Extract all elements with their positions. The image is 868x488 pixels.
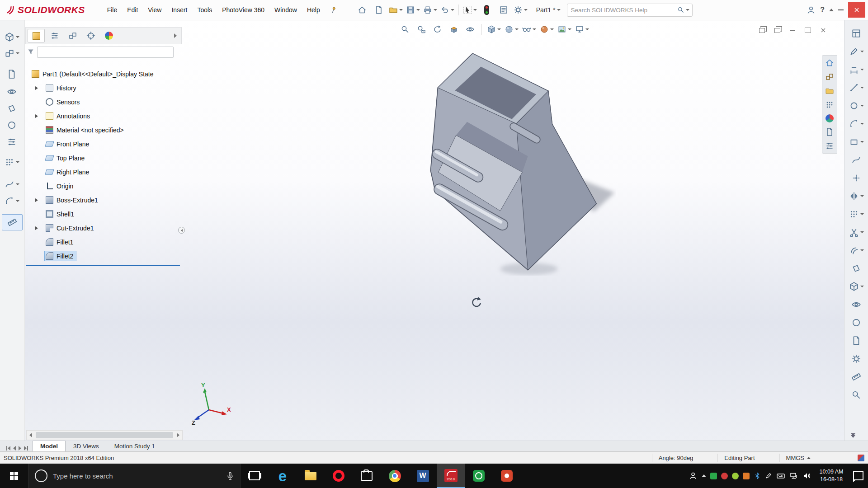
network-icon[interactable] (789, 471, 798, 480)
menu-insert[interactable]: Insert (166, 0, 192, 20)
menu-tools[interactable]: Tools (192, 0, 217, 20)
tree-item-shell1[interactable]: Shell1 (25, 207, 182, 221)
previous-tab-button[interactable] (13, 446, 16, 450)
dropdown-icon[interactable] (451, 9, 454, 11)
settings-tool-button[interactable] (847, 352, 866, 366)
measure-button[interactable] (847, 370, 866, 384)
appearances-scenes-icon[interactable] (826, 114, 834, 122)
tab-configuration-manager[interactable] (65, 29, 81, 42)
extrude-tool-button[interactable] (847, 279, 866, 294)
tab-property-manager[interactable] (47, 29, 63, 42)
trim-entities-button[interactable] (847, 225, 866, 239)
tab-3d-views[interactable]: 3D Views (66, 441, 107, 452)
curve-tools-button[interactable] (2, 177, 22, 192)
tab-feature-manager[interactable] (28, 29, 45, 42)
tray-orange-icon[interactable] (743, 473, 750, 479)
undo-button[interactable] (439, 3, 456, 17)
appearances-button[interactable] (847, 315, 866, 330)
rollback-bar[interactable] (26, 265, 180, 266)
status-tag-icon[interactable] (858, 455, 864, 461)
taskbar-app-red[interactable] (493, 464, 521, 488)
offset-entities-button[interactable] (847, 243, 866, 258)
dropdown-icon[interactable] (515, 28, 519, 30)
close-button[interactable] (848, 2, 865, 18)
options-button[interactable] (512, 3, 529, 17)
dropdown-icon[interactable] (434, 9, 437, 11)
smart-dimension-button[interactable] (847, 62, 866, 77)
corner-display-button[interactable] (847, 26, 866, 41)
display-states-button[interactable] (847, 297, 866, 312)
evaluate-button[interactable] (847, 388, 866, 402)
dropdown-icon[interactable] (686, 9, 689, 11)
tray-red-icon[interactable] (721, 473, 728, 479)
menu-view[interactable]: View (143, 0, 166, 20)
tab-display-manager[interactable] (101, 29, 117, 42)
action-center-icon[interactable] (853, 471, 863, 480)
expand-arrow-icon[interactable] (35, 86, 42, 90)
view-orientation-button[interactable] (486, 23, 502, 36)
appearance-tools-button[interactable] (2, 117, 22, 133)
panel-collapse-handle[interactable] (178, 227, 185, 234)
expand-arrow-icon[interactable] (35, 114, 42, 118)
user-account-icon[interactable] (807, 5, 816, 14)
task-view-button[interactable] (241, 464, 269, 488)
drawing-tools-button[interactable] (2, 66, 22, 82)
menu-file[interactable]: File (102, 0, 123, 20)
tab-dimxpert-manager[interactable] (83, 29, 99, 42)
pattern-tools-button[interactable] (2, 155, 22, 170)
menu-help[interactable]: Help (302, 0, 325, 20)
search-icon[interactable] (677, 6, 684, 14)
sketch-button[interactable] (847, 44, 866, 59)
forum-icon[interactable] (825, 141, 834, 150)
minimize-document-button[interactable] (787, 25, 798, 35)
visibility-tools-button[interactable] (2, 84, 22, 99)
linear-pattern-button[interactable] (847, 207, 866, 221)
dynamic-annotation-views-button[interactable] (463, 23, 477, 36)
section-view-button[interactable] (447, 23, 461, 36)
bluetooth-icon[interactable] (754, 472, 761, 479)
pin-menu-icon[interactable] (325, 0, 342, 20)
tree-item-origin[interactable]: Origin (25, 179, 182, 193)
dropdown-icon[interactable] (416, 9, 420, 11)
scroll-right-button[interactable] (174, 431, 182, 439)
tray-update-icon[interactable] (732, 473, 739, 479)
dropdown-icon[interactable] (524, 9, 528, 11)
tree-item-fillet2[interactable]: Fillet2 (25, 249, 182, 263)
dropdown-icon[interactable] (585, 28, 589, 30)
panel-tabs-overflow-icon[interactable] (174, 33, 177, 38)
tab-motion-study-1[interactable]: Motion Study 1 (107, 441, 163, 452)
status-units-dropdown[interactable]: MMGS (779, 454, 817, 462)
selection-filter-toggle[interactable] (479, 3, 495, 17)
hidden-icons-chevron[interactable] (702, 474, 706, 477)
speaker-icon[interactable] (802, 471, 811, 480)
reference-geometry-button[interactable] (2, 101, 22, 116)
expand-arrow-icon[interactable] (35, 226, 42, 230)
home-button[interactable] (354, 3, 370, 17)
design-library-icon[interactable] (825, 72, 834, 81)
apply-scene-button[interactable] (557, 23, 572, 36)
mirror-entities-button[interactable] (847, 189, 866, 203)
dropdown-icon[interactable] (473, 9, 477, 11)
measure-tool-button[interactable] (2, 214, 23, 230)
dropdown-icon[interactable] (550, 28, 554, 30)
help-search-input[interactable] (570, 6, 677, 14)
new-document-button[interactable] (371, 3, 387, 17)
tree-item-right-plane[interactable]: Right Plane (25, 165, 182, 179)
arc-tool-button[interactable] (847, 117, 866, 131)
tree-item-boss-extrude1[interactable]: Boss-Extrude1 (25, 193, 182, 207)
plane-tool-button[interactable] (847, 261, 866, 276)
tree-root[interactable]: Part1 (Default<<Default>_Display State (25, 67, 182, 81)
cascade-windows-button[interactable] (756, 25, 768, 35)
taskbar-store[interactable] (353, 464, 381, 488)
tree-item-annotations[interactable]: Annotations (25, 109, 182, 123)
display-style-button[interactable] (504, 23, 519, 36)
tree-item-fillet1[interactable]: Fillet1 (25, 235, 182, 249)
save-button[interactable] (405, 3, 421, 17)
tree-item-cut-extrude1[interactable]: Cut-Extrude1 (25, 221, 182, 235)
expand-arrow-icon[interactable] (35, 198, 42, 202)
toolbar-overflow-button[interactable] (851, 433, 855, 438)
start-button[interactable] (0, 464, 28, 488)
taskbar-opera[interactable] (325, 464, 353, 488)
tree-item-front-plane[interactable]: Front Plane (25, 137, 182, 151)
taskbar-app-green[interactable] (465, 464, 493, 488)
